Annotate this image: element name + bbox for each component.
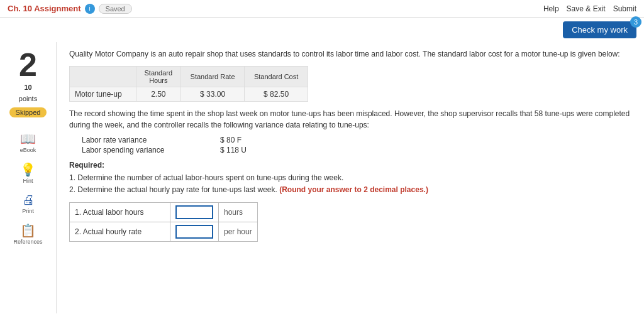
required-item-1: 1. Determine the number of actual labor-… — [69, 172, 631, 184]
answer-table: 1. Actual labor hours hours 2. Actual ho… — [69, 202, 258, 242]
hint-label: Hint — [23, 178, 33, 184]
standard-table: StandardHours Standard Rate Standard Cos… — [69, 66, 308, 102]
actual-labor-hours-input[interactable] — [175, 205, 213, 219]
variance-value-2: $ 118 U — [220, 146, 247, 154]
check-work-area: Check my work 3 — [0, 18, 644, 42]
info-icon[interactable]: i — [85, 4, 95, 14]
actual-hourly-rate-input[interactable] — [175, 225, 213, 239]
row-item-name: Motor tune-up — [70, 87, 136, 102]
header: Ch. 10 Assignment i Saved Help Save & Ex… — [0, 0, 644, 18]
hint-item[interactable]: 💡 Hint — [18, 160, 38, 187]
help-button[interactable]: Help — [543, 4, 559, 13]
answer-unit-1: hours — [219, 203, 258, 222]
required-title: Required: — [69, 161, 631, 170]
check-work-label: Check my work — [572, 25, 628, 35]
table-row: Motor tune-up 2.50 $ 33.00 $ 82.50 — [70, 87, 308, 102]
sidebar: 2 10 points Skipped 📖 eBook 💡 Hint 🖨 Pri… — [0, 42, 57, 313]
answer-label-1: 1. Actual labor hours — [70, 203, 170, 222]
variance-label-2: Labor spending variance — [82, 146, 195, 154]
print-item[interactable]: 🖨 Print — [19, 190, 37, 217]
round-note: (Round your answer to 2 decimal places.) — [279, 185, 428, 194]
col-header-std-cost: Standard Cost — [245, 67, 308, 87]
row-std-hours: 2.50 — [136, 87, 180, 102]
answer-row-1: 1. Actual labor hours hours — [70, 203, 258, 222]
print-icon: 🖨 — [22, 193, 35, 207]
col-header-std-rate: Standard Rate — [180, 67, 244, 87]
problem-text-2: The record showing the time spent in the… — [69, 108, 631, 131]
skipped-badge: Skipped — [9, 107, 47, 117]
content-area: Quality Motor Company is an auto repair … — [57, 42, 644, 313]
saved-badge: Saved — [99, 4, 132, 14]
points-label: points — [19, 95, 37, 102]
ebook-icon: 📖 — [20, 131, 36, 146]
variance-label-1: Labor rate variance — [82, 136, 195, 144]
ebook-item[interactable]: 📖 eBook — [18, 129, 39, 156]
header-left: Ch. 10 Assignment i Saved — [8, 4, 132, 14]
header-right: Help Save & Exit Submit — [543, 4, 636, 13]
ebook-label: eBook — [20, 147, 36, 153]
variance-value-1: $ 80 F — [220, 136, 242, 144]
problem-text-1: Quality Motor Company is an auto repair … — [69, 48, 631, 60]
answer-input-cell-1[interactable] — [170, 203, 219, 222]
variance-row-2: Labor spending variance $ 118 U — [82, 146, 631, 154]
save-exit-button[interactable]: Save & Exit — [567, 4, 606, 13]
main-layout: 2 10 points Skipped 📖 eBook 💡 Hint 🖨 Pri… — [0, 42, 644, 313]
answer-input-cell-2[interactable] — [170, 222, 219, 242]
submit-button[interactable]: Submit — [613, 4, 636, 13]
sidebar-icons: 📖 eBook 💡 Hint 🖨 Print 📋 References — [0, 129, 56, 247]
points-value: 10 — [24, 84, 31, 91]
hint-icon: 💡 — [20, 162, 36, 177]
check-my-work-button[interactable]: Check my work 3 — [563, 21, 636, 38]
answer-unit-2: per hour — [219, 222, 258, 242]
row-std-cost: $ 82.50 — [245, 87, 308, 102]
references-label: References — [13, 239, 42, 245]
col-header-item — [70, 67, 136, 87]
print-label: Print — [22, 208, 34, 214]
row-std-rate: $ 33.00 — [180, 87, 244, 102]
page-title: Ch. 10 Assignment — [8, 4, 81, 13]
required-item-2: 2. Determine the actual hourly pay rate … — [69, 184, 631, 196]
answer-label-2: 2. Actual hourly rate — [70, 222, 170, 242]
question-number: 2 — [19, 48, 37, 81]
variance-row-1: Labor rate variance $ 80 F — [82, 136, 631, 144]
references-item[interactable]: 📋 References — [11, 220, 45, 247]
references-icon: 📋 — [20, 223, 36, 238]
variance-table: Labor rate variance $ 80 F Labor spendin… — [82, 136, 631, 154]
col-header-std-hours: StandardHours — [136, 67, 180, 87]
badge-count: 3 — [630, 16, 641, 28]
answer-row-2: 2. Actual hourly rate per hour — [70, 222, 258, 242]
